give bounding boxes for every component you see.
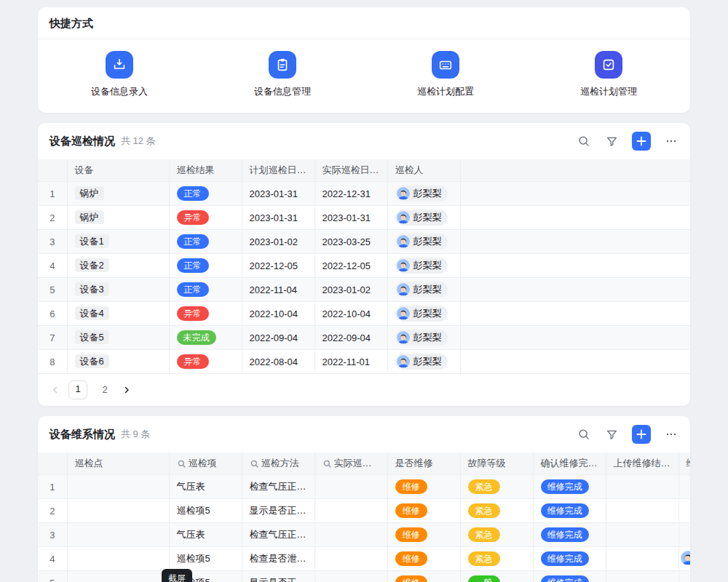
confirm-badge[interactable]: 维修完成 (541, 575, 589, 582)
prev-page-icon[interactable] (51, 386, 60, 394)
col-level[interactable]: 故障等级 (460, 453, 533, 475)
table-row[interactable]: 5 设备3 正常 2022-11-04 2023-01-02 彭梨梨 (38, 278, 690, 302)
table-row[interactable]: 1 气压表 检查气压正… 维修 紧急 维修完成 (38, 475, 690, 499)
repair-badge[interactable]: 维修 (395, 527, 427, 542)
table-row[interactable]: 4 设备2 正常 2022-12-05 2022-12-05 彭梨梨 (38, 254, 690, 278)
result-badge[interactable]: 正常 (177, 186, 209, 201)
col-confirm[interactable]: 确认维修完… (533, 453, 606, 475)
level-badge[interactable]: 紧急 (468, 551, 500, 566)
device-tag[interactable]: 设备6 (75, 354, 109, 368)
table-row[interactable]: 6 设备4 异常 2022-10-04 2022-10-04 彭梨梨 (38, 302, 690, 326)
shortcut-plan-config[interactable]: 巡检计划配置 (364, 51, 527, 98)
result-badge[interactable]: 异常 (177, 306, 209, 321)
confirm-badge[interactable]: 维修完成 (541, 479, 589, 494)
device-tag[interactable]: 设备4 (75, 306, 109, 320)
col-planned-date[interactable]: 计划巡检日… (242, 159, 314, 182)
table-row[interactable]: 3 气压表 检查气压正… 维修 紧急 维修完成 (38, 523, 690, 547)
result-badge[interactable]: 异常 (177, 210, 209, 225)
device-tag[interactable]: 锅炉 (75, 186, 104, 200)
add-record-button[interactable] (632, 425, 651, 444)
confirm-badge[interactable]: 维修完成 (541, 527, 589, 542)
device-tag[interactable]: 设备5 (75, 330, 109, 344)
row-number: 5 (38, 278, 67, 302)
confirm-badge[interactable]: 维修完成 (541, 551, 589, 566)
table-row[interactable]: 7 设备5 未完成 2022-09-04 2022-09-04 彭梨梨 (38, 326, 690, 350)
actual-date: 2022-10-04 (314, 302, 387, 326)
page-button-2[interactable]: 2 (96, 381, 114, 399)
search-icon[interactable] (577, 427, 591, 442)
page-button-1[interactable]: 1 (68, 380, 87, 399)
device-tag[interactable]: 设备3 (75, 282, 109, 296)
result-badge[interactable]: 正常 (177, 258, 209, 273)
inspector-chip[interactable]: 彭梨梨 (395, 234, 448, 250)
inspector-chip[interactable]: 彭梨梨 (395, 186, 448, 202)
table-row[interactable]: 2 锅炉 异常 2023-01-31 2023-01-31 彭梨梨 (38, 206, 690, 230)
actual-date: 2022-11-01 (314, 350, 387, 374)
repair-badge[interactable]: 维修 (395, 479, 427, 494)
result-badge[interactable]: 正常 (177, 234, 209, 249)
shortcut-device-info-entry[interactable]: 设备信息录入 (38, 51, 201, 98)
col-actual-date[interactable]: 实际巡检日… (314, 159, 387, 182)
table-row[interactable]: 8 设备6 异常 2022-08-04 2022-11-01 彭梨梨 (38, 350, 690, 374)
repair-badge[interactable]: 维修 (395, 551, 427, 566)
shortcut-label: 设备信息录入 (91, 85, 148, 98)
table-row[interactable]: 2 巡检项5 显示是否正… 维修 紧急 维修完成 (38, 499, 690, 523)
confirm-badge[interactable]: 维修完成 (541, 503, 589, 518)
inspector-chip[interactable]: 彭梨梨 (395, 210, 448, 226)
planned-date: 2023-01-31 (242, 206, 314, 230)
search-icon[interactable] (577, 134, 591, 148)
level-badge[interactable]: 紧急 (468, 503, 500, 518)
col-item[interactable]: 巡检项 (169, 453, 242, 475)
col-device[interactable]: 设备 (67, 159, 169, 182)
inspector-chip[interactable]: 彭梨梨 (395, 306, 448, 322)
next-page-icon[interactable] (122, 386, 131, 394)
table-row[interactable]: 5 巡检项5 显示是否正… 维修 一般 维修完成 (38, 571, 690, 582)
inspector-chip[interactable]: 彭梨梨 (395, 330, 448, 346)
col-result[interactable]: 巡检结果 (169, 159, 242, 182)
device-tag[interactable]: 锅炉 (75, 210, 104, 224)
table-row[interactable]: 3 设备1 正常 2023-01-02 2023-03-25 彭梨梨 (38, 230, 690, 254)
row-number: 2 (38, 499, 67, 523)
avatar (397, 235, 410, 248)
col-truncated[interactable]: 维 (678, 453, 690, 475)
level-badge[interactable]: 紧急 (468, 527, 500, 542)
repair-badge[interactable]: 维修 (395, 575, 427, 582)
level-badge[interactable]: 一般 (468, 575, 500, 582)
col-repair[interactable]: 是否维修 (387, 453, 460, 475)
col-actual[interactable]: 实际巡… (314, 453, 387, 475)
col-upload[interactable]: 上传维修结… (606, 453, 678, 475)
inspector-chip[interactable]: 彭梨梨 (395, 354, 448, 370)
filter-icon[interactable] (604, 134, 619, 148)
col-inspector[interactable]: 巡检人 (387, 159, 460, 182)
upload-cell (606, 571, 678, 582)
row-number: 5 (38, 571, 67, 582)
level-badge[interactable]: 紧急 (468, 479, 500, 494)
result-badge[interactable]: 异常 (177, 354, 209, 369)
inspector-chip[interactable]: 彭梨梨 (395, 282, 448, 298)
table-row[interactable]: 1 锅炉 正常 2023-01-31 2022-12-31 彭梨梨 (38, 182, 690, 206)
col-method[interactable]: 巡检方法 (242, 453, 314, 475)
inspection-card: 设备巡检情况 共 12 条 (38, 123, 690, 406)
inspection-header-row: 设备 巡检结果 计划巡检日… 实际巡检日… 巡检人 (38, 159, 690, 182)
row-number-header (38, 159, 67, 182)
col-point[interactable]: 巡检点 (67, 453, 169, 475)
upload-cell (606, 499, 678, 523)
maintenance-toolbar (577, 425, 678, 444)
method-cell: 检查气压正… (242, 523, 314, 547)
result-badge[interactable]: 正常 (177, 282, 209, 297)
shortcut-plan-manage[interactable]: 巡检计划管理 (527, 51, 690, 98)
item-cell: 巡检项5 (169, 547, 242, 571)
inspector-chip[interactable]: 彭梨梨 (395, 258, 448, 274)
filter-icon[interactable] (604, 427, 619, 442)
row-number: 3 (38, 230, 67, 254)
repair-badge[interactable]: 维修 (395, 503, 427, 518)
item-cell: 巡检项5 (169, 499, 242, 523)
more-icon[interactable] (664, 427, 678, 442)
device-tag[interactable]: 设备2 (75, 258, 109, 272)
table-row[interactable]: 4 巡检项5 检查是否泄… 维修 紧急 维修完成 (38, 547, 690, 571)
add-record-button[interactable] (632, 132, 651, 151)
more-icon[interactable] (664, 134, 678, 148)
device-tag[interactable]: 设备1 (75, 234, 109, 248)
shortcut-device-info-manage[interactable]: 设备信息管理 (201, 51, 364, 98)
result-badge[interactable]: 未完成 (177, 330, 216, 345)
